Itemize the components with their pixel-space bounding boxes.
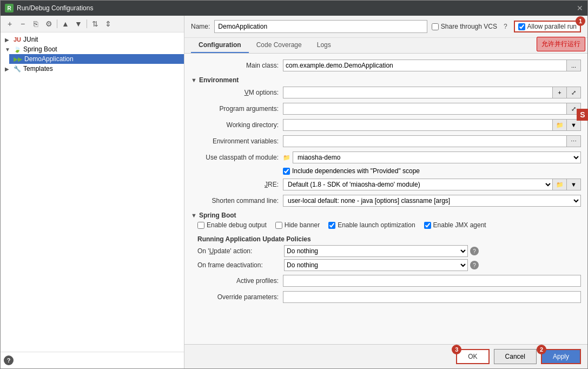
- badge-2: 2: [537, 345, 546, 354]
- jre-input-group: Default (1.8 - SDK of 'miaosha-demo' mod…: [283, 179, 581, 190]
- on-frame-help-icon[interactable]: ?: [470, 261, 479, 269]
- jre-browse-button[interactable]: 📁: [553, 179, 567, 190]
- vm-options-input[interactable]: [283, 87, 553, 98]
- close-icon[interactable]: ✕: [577, 4, 583, 12]
- config-content: Main class: ... ▼ Environment VM options…: [184, 54, 587, 344]
- springboot-arrow-icon: ▼: [5, 47, 11, 52]
- ok-label: OK: [468, 353, 477, 360]
- vm-options-fullscreen-button[interactable]: ⤢: [567, 87, 581, 98]
- name-label: Name:: [191, 23, 210, 30]
- hide-banner-row: Hide banner: [275, 221, 320, 229]
- junit-icon: JU: [14, 36, 21, 43]
- enable-debug-label: Enable debug output: [207, 221, 267, 229]
- right-panel: Name: Share through VCS ? Allow parallel…: [184, 16, 587, 368]
- enable-jmx-checkbox[interactable]: [424, 222, 431, 229]
- enable-debug-row: Enable debug output: [197, 221, 267, 229]
- tree-item-templates[interactable]: ▶ 🔧 Templates: [1, 64, 184, 74]
- vm-options-expand-button[interactable]: +: [553, 87, 567, 98]
- share-vcs-checkbox-row: Share through VCS: [432, 23, 497, 30]
- environment-section-header: ▼ Environment: [191, 76, 581, 84]
- shorten-cmd-select[interactable]: user-local default: none - java [options…: [283, 195, 581, 207]
- program-args-row: Program arguments: ⤢: [191, 102, 581, 115]
- tooltip-popup: 允许并行运行: [537, 37, 585, 51]
- name-row: Name: Share through VCS ? Allow parallel…: [184, 16, 587, 38]
- on-update-select[interactable]: Do nothing: [284, 245, 468, 257]
- title-bar: R Run/Debug Configurations ✕: [1, 1, 587, 16]
- tab-code-coverage[interactable]: Code Coverage: [249, 38, 309, 53]
- enable-jmx-label: Enable JMX agent: [433, 221, 486, 229]
- classpath-select[interactable]: miaosha-demo: [293, 151, 581, 163]
- env-vars-label: Environment variables:: [191, 137, 283, 145]
- dialog-title: Run/Debug Configurations: [17, 4, 93, 12]
- add-button[interactable]: +: [4, 18, 16, 30]
- on-update-help-icon[interactable]: ?: [470, 247, 479, 255]
- working-dir-expand-button[interactable]: ▼: [567, 119, 581, 131]
- env-vars-browse-button[interactable]: ⋯: [567, 135, 581, 147]
- toolbar-separator2: [87, 19, 87, 28]
- apply-button[interactable]: 2 Apply: [541, 349, 581, 364]
- active-profiles-row: Active profiles:: [191, 274, 581, 287]
- tree-item-springboot[interactable]: ▼ 🍃 Spring Boot: [1, 44, 184, 54]
- demoapplication-label: DemoApplication: [24, 55, 74, 63]
- enable-launch-checkbox[interactable]: [328, 222, 335, 229]
- templates-label: Templates: [23, 65, 53, 73]
- ok-button[interactable]: 3 OK: [456, 349, 489, 364]
- copy-button[interactable]: ⎘: [30, 18, 42, 30]
- tab-configuration[interactable]: Configuration: [191, 38, 249, 53]
- sort-button[interactable]: ⇕: [102, 18, 114, 30]
- jre-select[interactable]: Default (1.8 - SDK of 'miaosha-demo' mod…: [283, 179, 553, 190]
- on-update-label: On 'Update' action:: [197, 247, 284, 255]
- enable-jmx-row: Enable JMX agent: [424, 221, 486, 229]
- springboot-label: Spring Boot: [23, 45, 57, 53]
- jre-expand-button[interactable]: ▼: [567, 179, 581, 190]
- springboot-icon: 🍃: [14, 46, 21, 53]
- move-up-button[interactable]: ▲: [60, 18, 71, 30]
- program-args-input[interactable]: [283, 103, 567, 115]
- working-dir-browse-button[interactable]: 📁: [553, 119, 567, 131]
- left-panel: + − ⎘ ⚙ ▲ ▼ ⇅ ⇕ ▶ JU JUnit: [1, 16, 184, 368]
- active-profiles-label: Active profiles:: [191, 277, 283, 285]
- hide-banner-checkbox[interactable]: [275, 222, 282, 229]
- main-class-input-group: ...: [283, 60, 581, 71]
- share-button[interactable]: ⇅: [89, 18, 101, 30]
- tab-logs[interactable]: Logs: [309, 38, 339, 53]
- help-icon[interactable]: ?: [504, 23, 507, 30]
- templates-arrow-icon: ▶: [5, 66, 11, 72]
- tabs-row: Configuration Code Coverage Logs: [184, 38, 587, 54]
- templates-icon: 🔧: [14, 65, 21, 73]
- enable-debug-checkbox[interactable]: [197, 222, 204, 229]
- main-class-input[interactable]: [283, 60, 567, 71]
- working-dir-input[interactable]: [283, 119, 553, 131]
- environment-arrow-icon[interactable]: ▼: [191, 77, 197, 83]
- include-deps-checkbox[interactable]: [283, 168, 290, 175]
- remove-button[interactable]: −: [17, 18, 29, 30]
- toolbar: + − ⎘ ⚙ ▲ ▼ ⇅ ⇕: [1, 16, 184, 32]
- junit-label: JUnit: [23, 36, 38, 43]
- left-bottom: ?: [1, 352, 184, 368]
- running-policies-section: Running Application Update Policies On '…: [197, 235, 581, 271]
- program-args-label: Program arguments:: [191, 105, 283, 113]
- active-profiles-input[interactable]: [283, 275, 581, 287]
- vm-options-row: VM options: + ⤢: [191, 86, 581, 99]
- spring-boot-arrow-icon[interactable]: ▼: [191, 212, 197, 219]
- spring-boot-checkboxes: Enable debug output Hide banner Enable l…: [197, 221, 581, 231]
- main-class-browse-button[interactable]: ...: [567, 60, 581, 71]
- classpath-label: Use classpath of module:: [191, 154, 283, 161]
- jre-row: JRE: Default (1.8 - SDK of 'miaosha-demo…: [191, 178, 581, 191]
- cancel-button[interactable]: Cancel: [494, 349, 537, 364]
- settings-button[interactable]: ⚙: [43, 18, 55, 30]
- move-down-button[interactable]: ▼: [72, 18, 84, 30]
- on-frame-select[interactable]: Do nothing: [284, 259, 468, 271]
- share-vcs-checkbox[interactable]: [432, 23, 439, 30]
- env-vars-input[interactable]: [283, 135, 567, 147]
- dialog-window: R Run/Debug Configurations ✕ + − ⎘ ⚙ ▲ ▼…: [0, 0, 588, 369]
- help-bottom-button[interactable]: ?: [4, 355, 14, 365]
- bottom-bar: 3 OK Cancel 2 Apply: [184, 344, 587, 368]
- hide-banner-label: Hide banner: [285, 221, 320, 229]
- tree-item-demoapplication[interactable]: ▶▶ DemoApplication: [9, 54, 184, 64]
- classpath-row: Use classpath of module: 📁 miaosha-demo: [191, 151, 581, 164]
- tree-item-junit[interactable]: ▶ JU JUnit: [1, 35, 184, 44]
- allow-parallel-checkbox[interactable]: [518, 23, 525, 30]
- name-input[interactable]: [214, 20, 427, 33]
- working-dir-input-group: 📁 ▼: [283, 119, 581, 131]
